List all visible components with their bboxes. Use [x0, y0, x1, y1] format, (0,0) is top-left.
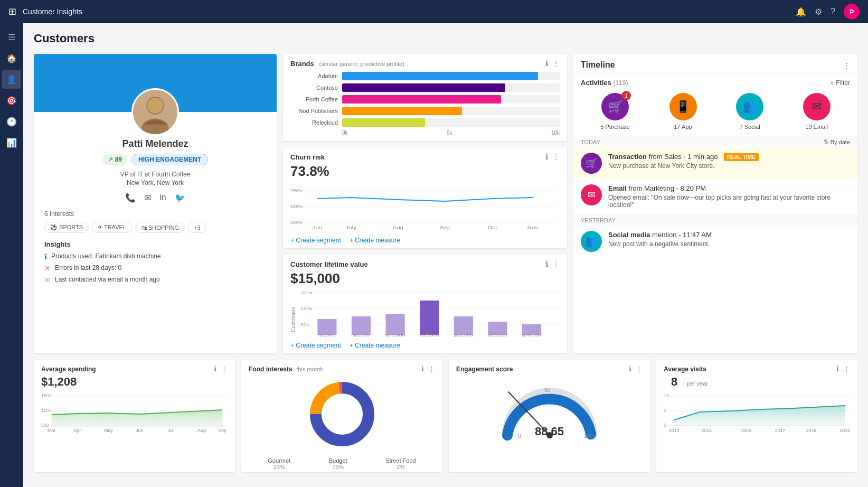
sidebar-menu-icon[interactable]: ☰ [2, 27, 21, 46]
more-icon[interactable]: ⋮ [636, 365, 643, 373]
yesterday-label: YESTERDAY [573, 214, 857, 226]
more-icon[interactable]: ⋮ [552, 59, 560, 68]
avg-visits-header: Average visits ℹ ⋮ [656, 360, 857, 375]
info-icon[interactable]: ℹ [545, 59, 548, 68]
clv-value: $15,000 [283, 270, 567, 290]
svg-point-53 [322, 394, 362, 434]
info-icon[interactable]: ℹ [421, 365, 424, 373]
svg-text:2017: 2017 [775, 428, 786, 433]
insight-products: ℹ Products used: Fabrikam dish machine [44, 252, 266, 261]
today-label: TODAY [581, 139, 600, 145]
clv-card: Customer lifetime value ℹ ⋮ $15,000 Cust… [283, 255, 567, 353]
help-icon[interactable]: ? [831, 7, 835, 16]
transaction-source: from Sales - 1 min ago [649, 153, 718, 161]
sidebar-segments[interactable]: 🎯 [2, 91, 21, 110]
svg-text:Nov: Nov [527, 225, 539, 230]
linkedin-icon[interactable]: in [159, 193, 166, 203]
activity-app[interactable]: 📱 17 App [669, 93, 697, 130]
engagement-badge: HIGH ENGAGEMENT [131, 154, 208, 165]
transaction-dot: 🛒 [581, 153, 602, 174]
sidebar-analytics[interactable]: 📊 [2, 133, 21, 152]
score-value: 89 [115, 156, 122, 163]
info-icon[interactable]: ℹ [629, 365, 631, 373]
food-icons: ℹ ⋮ [421, 365, 435, 373]
churn-actions: + Create segment + Create measure [283, 235, 567, 248]
info-icon[interactable]: ℹ [836, 365, 839, 373]
sort-by-date[interactable]: ⇅ By date [824, 138, 850, 145]
activity-social[interactable]: 👥 7 Social [736, 93, 763, 130]
avg-spending-header: Average spending ℹ ⋮ [34, 360, 235, 375]
create-measure-link[interactable]: + Create measure [350, 237, 400, 244]
svg-marker-42 [52, 410, 223, 428]
avg-spending-icons: ℹ ⋮ [214, 365, 228, 373]
clv-create-measure[interactable]: + Create measure [350, 342, 400, 349]
more-icon[interactable]: ⋮ [552, 260, 560, 268]
purchase-circle: 🛒 1 [601, 93, 629, 120]
brand-label: Contoso [290, 85, 338, 91]
insight-email: ✉ Last contacted via email a month ago [44, 276, 266, 284]
svg-text:150k: 150k [300, 306, 313, 311]
churn-header: Churn risk ℹ ⋮ [283, 147, 567, 163]
profile-card: Patti Melendez ↗ 89 HIGH ENGAGEMENT VP o… [34, 54, 277, 353]
create-segment-link[interactable]: + Create segment [290, 237, 341, 244]
email-label: 19 Email [805, 124, 828, 130]
avg-visits-unit: per year [687, 380, 708, 387]
info-icon[interactable]: ℹ [214, 365, 216, 373]
brand-bar-wrap [342, 83, 560, 92]
food-interests-title: Food interests [249, 366, 293, 373]
app-title: Customer Insights [23, 7, 789, 16]
activities-label: Activities [581, 79, 611, 87]
phone-icon[interactable]: 📞 [125, 193, 136, 203]
email-icon[interactable]: ✉ [144, 193, 151, 203]
grid-icon[interactable]: ⊞ [8, 6, 16, 17]
info-icon[interactable]: ℹ [545, 153, 548, 161]
transaction-content: Transaction from Sales - 1 min ago REAL … [608, 153, 850, 170]
avg-visits-card: Average visits ℹ ⋮ 8 per year [656, 360, 857, 472]
brand-bar-wrap [342, 72, 560, 80]
sidebar-customers[interactable]: 👤 [2, 70, 21, 89]
more-icon[interactable]: ⋮ [552, 153, 560, 161]
svg-text:$15,000: $15,000 [420, 333, 439, 338]
user-avatar[interactable]: P [844, 4, 860, 20]
mail-icon: ✉ [44, 276, 51, 284]
svg-text:May: May [104, 428, 113, 433]
engagement-score-card: Engagement score ℹ ⋮ 0 [449, 360, 650, 472]
avg-visits-value: 8 [664, 375, 685, 390]
food-title-group: Food interests this month [249, 365, 323, 373]
social-title: Social media mention - 11:47 AM [608, 231, 850, 239]
score-badge: ↗ 89 [102, 154, 127, 165]
timeline-social-item: 👥 Social media mention - 11:47 AM New po… [573, 226, 857, 257]
clv-header: Customer lifetime value ℹ ⋮ [283, 255, 567, 270]
activity-purchase[interactable]: 🛒 1 5 Purchase [600, 93, 630, 130]
brands-title-group: Brands (similar generic predictive profi… [290, 60, 404, 68]
bottom-grid: Average spending ℹ ⋮ $1,208 [34, 360, 857, 472]
svg-text:$1,000: $1,000 [319, 333, 336, 338]
profile-name: Patti Melendez [42, 138, 268, 149]
more-icon[interactable]: ⋮ [428, 365, 435, 373]
brand-bar-wrap [342, 107, 560, 115]
info-icon[interactable]: ℹ [545, 260, 548, 268]
more-icon[interactable]: ⋮ [221, 365, 228, 373]
settings-icon[interactable]: ⚙ [815, 7, 822, 17]
clv-create-segment[interactable]: + Create segment [290, 342, 341, 349]
sort-label: By date [831, 139, 850, 145]
svg-text:5: 5 [664, 408, 666, 413]
app-label: 17 App [674, 124, 692, 130]
filter-button[interactable]: ▿ Filter [831, 79, 850, 87]
svg-rect-24 [386, 314, 405, 335]
svg-rect-26 [454, 316, 473, 335]
avg-visits-icons: ℹ ⋮ [836, 365, 850, 373]
activity-email[interactable]: ✉ 19 Email [803, 93, 831, 130]
gauge-container: 0 50 100 88.65 [449, 375, 650, 443]
timeline-more-icon[interactable]: ⋮ [843, 61, 850, 69]
twitter-icon[interactable]: 🐦 [175, 193, 185, 203]
notification-icon[interactable]: 🔔 [796, 7, 806, 17]
svg-text:75%: 75% [290, 188, 303, 193]
sidebar-home[interactable]: 🏠 [2, 49, 21, 68]
sidebar-history[interactable]: 🕐 [2, 112, 21, 131]
label-budget: Budget 75% [329, 457, 347, 470]
food-interests-header: Food interests this month ℹ ⋮ [241, 360, 442, 375]
svg-text:Jul: Jul [167, 428, 173, 433]
interests-title: 6 Interests [44, 210, 266, 218]
more-icon[interactable]: ⋮ [843, 365, 850, 373]
